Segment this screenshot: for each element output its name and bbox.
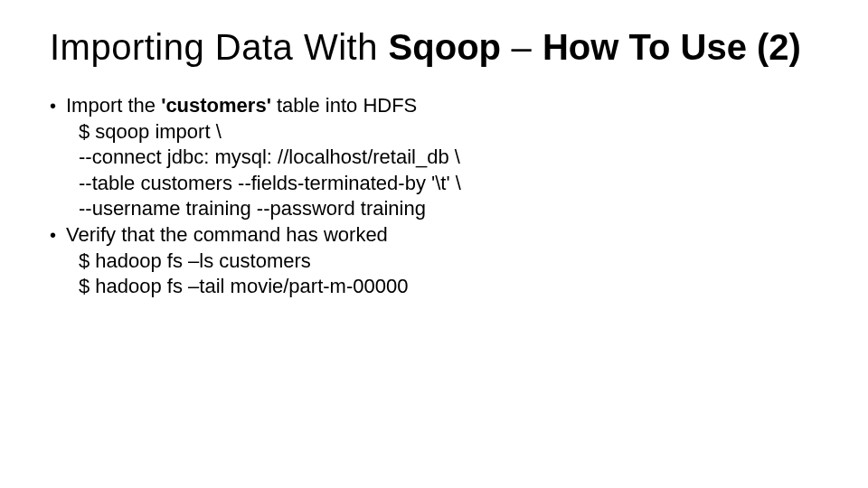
bullet-1-bold: 'customers': [161, 94, 271, 117]
code-block-2: $ hadoop fs –ls customers $ hadoop fs –t…: [79, 249, 818, 300]
bullet-list: • Import the 'customers' table into HDFS…: [50, 93, 818, 300]
bullet-item-2: • Verify that the command has worked: [50, 222, 818, 249]
slide-title: Importing Data With Sqoop – How To Use (…: [50, 27, 818, 68]
code-block-1: $ sqoop import \ --connect jdbc: mysql: …: [79, 119, 818, 222]
title-part-3: –: [501, 27, 542, 67]
title-part-1: Importing Data With: [50, 27, 389, 67]
title-part-2: Sqoop: [389, 27, 501, 67]
bullet-dot-icon: •: [50, 223, 66, 247]
bullet-dot-icon: •: [50, 94, 66, 117]
bullet-1-text: Import the 'customers' table into HDFS: [66, 93, 417, 119]
bullet-1-post: table into HDFS: [271, 94, 417, 117]
title-part-4: How To Use (2): [542, 27, 801, 67]
slide: Importing Data With Sqoop – How To Use (…: [0, 0, 868, 488]
bullet-item-1: • Import the 'customers' table into HDFS: [50, 93, 818, 119]
bullet-2-text: Verify that the command has worked: [66, 222, 388, 249]
bullet-1-pre: Import the: [66, 94, 161, 117]
